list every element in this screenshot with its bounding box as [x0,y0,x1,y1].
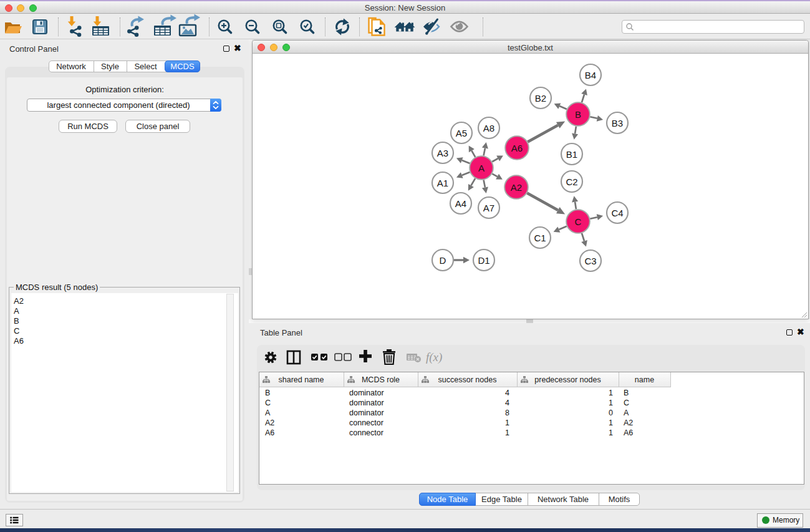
svg-text:A2: A2 [511,182,522,193]
svg-text:B3: B3 [612,118,623,128]
svg-text:C1: C1 [534,233,546,243]
svg-text:A7: A7 [483,203,494,213]
svg-text:C2: C2 [566,177,577,187]
svg-text:A6: A6 [511,143,523,153]
svg-text:C4: C4 [611,208,623,218]
svg-text:A4: A4 [455,198,466,209]
svg-text:A: A [478,163,485,173]
svg-text:B2: B2 [535,93,546,104]
svg-text:B4: B4 [585,70,596,80]
svg-text:B1: B1 [566,149,577,160]
svg-text:A8: A8 [483,123,494,133]
svg-text:A3: A3 [437,148,448,158]
svg-text:C3: C3 [584,256,596,266]
svg-text:D: D [440,255,446,266]
svg-text:A5: A5 [456,128,467,138]
svg-text:C: C [575,216,582,227]
svg-text:A1: A1 [437,178,448,188]
svg-text:D1: D1 [478,255,489,266]
svg-text:B: B [575,109,581,120]
